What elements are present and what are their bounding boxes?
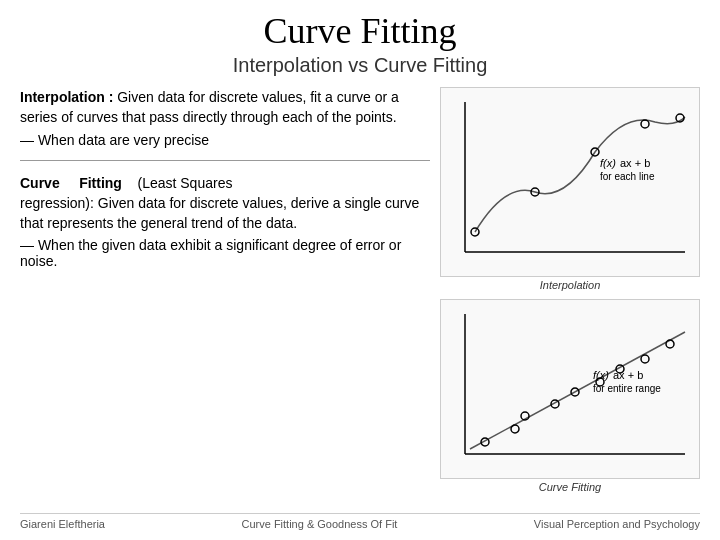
- interpolation-note: — When data are very precise: [20, 132, 430, 148]
- curve-fitting-heading2: Fitting: [79, 175, 122, 191]
- curve-fitting-diagram: f(x) ax + b for entire range: [440, 299, 700, 479]
- footer: Giareni Eleftheria Curve Fitting & Goodn…: [20, 513, 700, 530]
- page: Curve Fitting Interpolation vs Curve Fit…: [0, 0, 720, 540]
- svg-text:ax + b: ax + b: [613, 369, 643, 381]
- curve-fitting-paren: (Least Squares: [137, 175, 232, 191]
- footer-left: Giareni Eleftheria: [20, 518, 105, 530]
- interpolation-text: Interpolation : Given data for discrete …: [20, 87, 430, 128]
- section-divider: [20, 160, 430, 161]
- curve-fitting-body: regression): Given data for discrete val…: [20, 195, 419, 231]
- svg-point-14: [511, 425, 519, 433]
- curve-fitting-diagram-label: Curve Fitting: [440, 481, 700, 493]
- footer-center: Curve Fitting & Goodness Of Fit: [241, 518, 397, 530]
- curve-fitting-note: — When the given data exhibit a signific…: [20, 237, 430, 269]
- svg-text:ax + b: ax + b: [620, 157, 650, 169]
- subtitle: Interpolation vs Curve Fitting: [20, 54, 700, 77]
- curve-fitting-section: Curve Fitting (Least Squares regression)…: [20, 173, 430, 270]
- curve-fitting-diagram-container: f(x) ax + b for entire range Curve Fitti…: [440, 299, 700, 493]
- svg-point-20: [641, 355, 649, 363]
- main-title: Curve Fitting: [20, 10, 700, 52]
- curve-fitting-heading1: Curve: [20, 175, 60, 191]
- interpolation-diagram: f(x) ax + b for each line: [440, 87, 700, 277]
- content-area: Interpolation : Given data for discrete …: [20, 87, 700, 507]
- svg-text:f(x): f(x): [600, 157, 616, 169]
- svg-text:f(x): f(x): [593, 369, 609, 381]
- left-column: Interpolation : Given data for discrete …: [20, 87, 430, 507]
- svg-text:for entire range: for entire range: [593, 383, 661, 394]
- interpolation-diagram-container: f(x) ax + b for each line Interpolation: [440, 87, 700, 291]
- svg-text:for each line: for each line: [600, 171, 655, 182]
- interpolation-section: Interpolation : Given data for discrete …: [20, 87, 430, 148]
- interpolation-svg: f(x) ax + b for each line: [445, 92, 695, 272]
- svg-point-21: [666, 340, 674, 348]
- right-column: f(x) ax + b for each line Interpolation: [440, 87, 700, 507]
- interpolation-diagram-label: Interpolation: [440, 279, 700, 291]
- curve-fitting-svg: f(x) ax + b for entire range: [445, 304, 695, 474]
- interpolation-heading: Interpolation :: [20, 89, 113, 105]
- curve-fitting-text: Curve Fitting (Least Squares regression)…: [20, 173, 430, 234]
- footer-right: Visual Perception and Psychology: [534, 518, 700, 530]
- svg-point-5: [641, 120, 649, 128]
